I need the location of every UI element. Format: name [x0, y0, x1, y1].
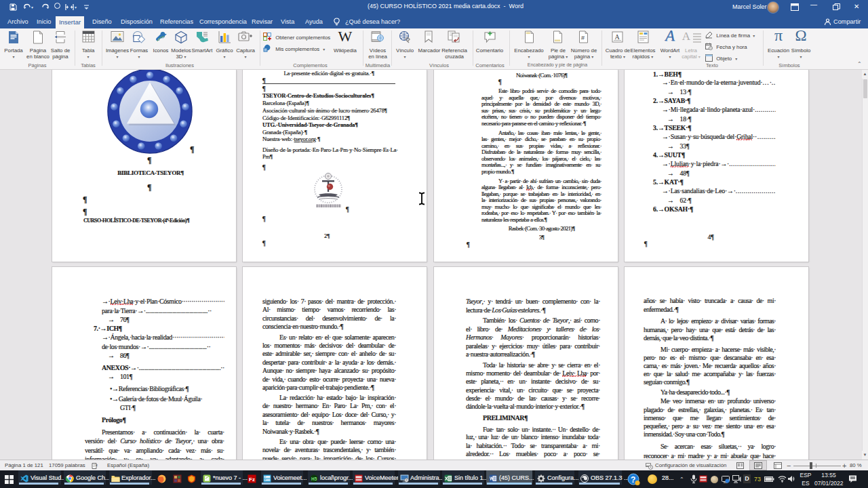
svg-text:Fz: Fz [249, 476, 255, 483]
svg-text:?: ? [631, 475, 635, 485]
svg-text:H5: H5 [311, 476, 317, 481]
svg-text:#: # [581, 35, 585, 41]
svg-text:A: A [615, 33, 620, 41]
svg-text:x: x [96, 463, 98, 467]
